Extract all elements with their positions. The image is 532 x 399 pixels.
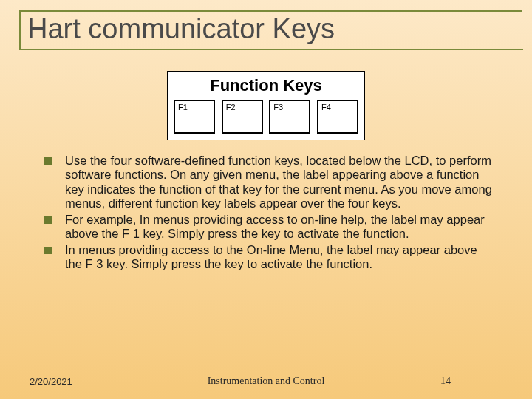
title-block: Hart communicator Keys <box>0 0 532 53</box>
footer-page-number: 14 <box>440 375 451 387</box>
footer: 2/20/2021 Instrumentation and Control 14 <box>0 375 532 387</box>
list-item: Use the four software-defined function k… <box>44 154 497 211</box>
list-item: In menus providing access to the On-line… <box>44 243 497 272</box>
f1-label: F1 <box>178 103 188 112</box>
footer-title: Instrumentation and Control <box>0 375 532 387</box>
footer-date: 2/20/2021 <box>30 376 72 387</box>
f4-key: F4 <box>317 100 358 134</box>
keys-row: F1 F2 F3 F4 <box>174 100 358 134</box>
f2-key: F2 <box>222 100 263 134</box>
bullet-icon <box>44 216 52 224</box>
figure-heading: Function Keys <box>174 76 358 95</box>
bullet-icon <box>44 247 52 254</box>
f4-label: F4 <box>321 103 331 112</box>
f3-label: F3 <box>273 103 283 112</box>
function-keys-figure: Function Keys F1 F2 F3 F4 <box>167 71 365 140</box>
slide-title: Hart communicator Keys <box>19 12 523 50</box>
f1-key: F1 <box>174 100 215 134</box>
bullet-text: Use the four software-defined function k… <box>65 154 497 211</box>
bullet-list: Use the four software-defined function k… <box>44 154 497 272</box>
bullet-icon <box>44 157 52 165</box>
bullet-text: For example, In menus providing access t… <box>65 213 497 242</box>
f2-label: F2 <box>226 103 236 112</box>
f3-key: F3 <box>269 100 310 134</box>
bullet-text: In menus providing access to the On-line… <box>65 243 497 272</box>
list-item: For example, In menus providing access t… <box>44 213 497 242</box>
